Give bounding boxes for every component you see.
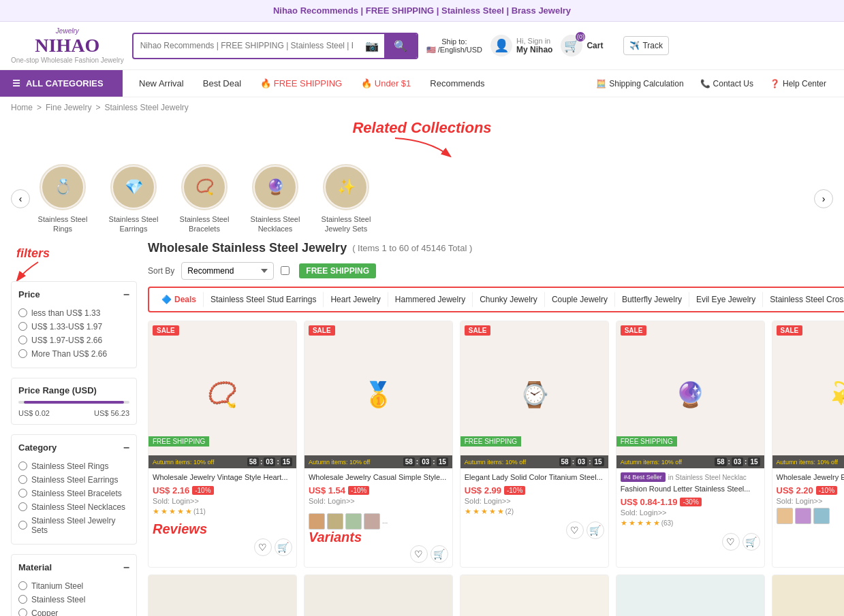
breadcrumb-fine-jewelry[interactable]: Fine Jewelry: [46, 103, 91, 112]
search-input[interactable]: [134, 35, 360, 56]
sidebar-price-opt-4[interactable]: More Than US$ 2.66: [18, 347, 129, 361]
price-radio-3[interactable]: [18, 336, 27, 344]
collection-img-sets: ✨: [323, 164, 369, 210]
product-price-4: US$ 0.84-1.19: [621, 497, 678, 507]
product-card-4[interactable]: 🔮 SALE FREE SHIPPING Autumn items: 10% o…: [616, 321, 765, 568]
mat-radio-stainless[interactable]: [18, 595, 27, 604]
sidebar-cat-bracelets[interactable]: Stainless Steel Bracelets: [18, 487, 129, 500]
product-card-1[interactable]: 📿 SALE FREE SHIPPING Autumn items: 10% o…: [148, 321, 297, 568]
cart-add-button-4[interactable]: 🛒: [743, 533, 760, 551]
price-radio-4[interactable]: [18, 349, 27, 358]
contact-us-link[interactable]: 📞 Contact Us: [693, 71, 760, 97]
filter-tag-couple[interactable]: Couple Jewelry: [545, 292, 615, 307]
sort-select[interactable]: Recommend Newest Price: Low to High: [181, 262, 274, 280]
sidebar-material-section: Material − Titanium Steel Stainless Stee…: [11, 554, 137, 616]
filter-tag-hammered[interactable]: Hammered Jewelry: [388, 292, 473, 307]
cart-add-button-3[interactable]: 🛒: [587, 521, 604, 539]
sidebar-price-opt-2[interactable]: US$ 1.33-US$ 1.97: [18, 320, 129, 334]
nav-new-arrival[interactable]: New Arrival: [129, 70, 193, 97]
collection-item-rings[interactable]: 💍 Stainless Steel Rings: [35, 164, 90, 234]
price-range-bar[interactable]: [18, 401, 129, 404]
timer-seg-1-h: 58: [247, 457, 259, 466]
filter-tag-butterfly[interactable]: Butterfly Jewelry: [615, 292, 689, 307]
sidebar-cat-rings[interactable]: Stainless Steel Rings: [18, 459, 129, 473]
cat-radio-necklaces[interactable]: [18, 502, 27, 511]
price-toggle[interactable]: −: [123, 289, 129, 301]
cat-radio-bracelets[interactable]: [18, 489, 27, 498]
product-card-2[interactable]: 🥇 SALE Autumn items: 10% off 58 : 03 : 1…: [304, 321, 453, 568]
collection-item-necklaces[interactable]: 🔮 Stainless Steel Necklaces: [248, 164, 302, 234]
calculator-icon: 🧮: [596, 79, 606, 88]
mat-radio-copper[interactable]: [18, 609, 27, 616]
wishlist-button-1[interactable]: ♡: [254, 538, 272, 556]
nav-best-deal[interactable]: Best Deal: [193, 70, 251, 97]
cat-radio-sets[interactable]: [18, 521, 27, 530]
user-menu[interactable]: 👤 Hi, Sign in My Nihao: [490, 35, 552, 56]
sidebar-mat-copper[interactable]: Copper: [18, 606, 129, 616]
cart-add-button-1[interactable]: 🛒: [275, 538, 292, 556]
cat-radio-earrings[interactable]: [18, 475, 27, 484]
cart-add-button-2[interactable]: 🛒: [431, 545, 448, 563]
price-radio-2[interactable]: [18, 322, 27, 331]
collections-next-button[interactable]: ›: [814, 189, 833, 208]
filter-tag-cross[interactable]: Stainless Steel Cross Necklace: [763, 292, 844, 307]
nav-free-shipping[interactable]: 🔥 FREE SHIPPING: [251, 70, 351, 97]
search-bar[interactable]: 📷 🔍: [132, 33, 418, 59]
sale-badge-1: SALE: [153, 325, 179, 336]
product-card-7[interactable]: ⛓ Gold Chain Bracelet Set... US$ 2.45: [304, 574, 453, 616]
cat-radio-rings[interactable]: [18, 461, 27, 470]
sidebar-mat-stainless[interactable]: Stainless Steel: [18, 593, 129, 606]
filter-tag-heart[interactable]: Heart Jewelry: [324, 292, 388, 307]
nav-under-one[interactable]: 🔥 Under $1: [351, 70, 420, 97]
search-button[interactable]: 🔍: [384, 34, 417, 58]
collection-item-earrings[interactable]: 💎 Stainless Steel Earrings: [106, 164, 161, 234]
free-ship-checkbox[interactable]: [281, 266, 290, 275]
fire-icon-1: 🔥: [260, 78, 271, 88]
sidebar-price-opt-1[interactable]: less than US$ 1.33: [18, 306, 129, 320]
price-radio-1[interactable]: [18, 308, 27, 317]
wishlist-button-3[interactable]: ♡: [566, 521, 584, 539]
breadcrumb-current: Stainless Steel Jewelry: [104, 103, 188, 112]
sidebar-mat-titanium[interactable]: Titanium Steel: [18, 579, 129, 593]
product-stars-4: ★ ★ ★ ★ ★ (63): [621, 519, 760, 528]
wishlist-button-2[interactable]: ♡: [410, 545, 428, 563]
breadcrumb-home[interactable]: Home: [11, 103, 33, 112]
filter-tag-stud-earrings[interactable]: Stainless Steel Stud Earrings: [204, 292, 324, 307]
cart-button[interactable]: 🛒 (0) Cart: [561, 35, 615, 56]
product-card-9[interactable]: 🔵 Minimalist Hoop Earrings... US$ 1.20: [616, 574, 765, 616]
collections-prev-button[interactable]: ‹: [11, 189, 30, 208]
variant-thumb-2-3: [345, 513, 362, 530]
all-categories-button[interactable]: ☰ ALL CATEGORIES: [0, 70, 123, 97]
wishlist-button-4[interactable]: ♡: [722, 533, 740, 551]
timer-seg-2-s: 15: [437, 457, 448, 466]
material-toggle[interactable]: −: [123, 562, 129, 574]
sidebar-price-opt-3[interactable]: US$ 1.97-US$ 2.66: [18, 334, 129, 347]
product-card-8[interactable]: 💍 Elegant Geometric Ring Set... US$ 1.75: [460, 574, 609, 616]
camera-search-button[interactable]: 📷: [360, 35, 384, 56]
timer-text-1: Autumn items: 10% off: [153, 459, 214, 466]
help-center-link[interactable]: ❓ Help Center: [763, 71, 833, 97]
timer-banner-5: Autumn items: 10% off 58 : 03 : 15: [772, 455, 845, 468]
collection-item-sets[interactable]: ✨ Stainless Steel Jewelry Sets: [319, 164, 373, 234]
product-price-2: US$ 1.54: [309, 485, 345, 496]
filter-tag-chunky[interactable]: Chunky Jewelry: [473, 292, 545, 307]
product-card-6[interactable]: 📿 Stainless Steel Pendant Necklace... US…: [148, 574, 297, 616]
star-4: ★: [177, 507, 184, 516]
nav-recommends[interactable]: Recommends: [420, 70, 494, 97]
track-button[interactable]: ✈️ Track: [623, 36, 669, 55]
filter-tag-deals[interactable]: 🔷 Deals: [155, 292, 204, 307]
ship-flag: 🇺🇸: [426, 46, 436, 54]
sidebar-cat-earrings[interactable]: Stainless Steel Earrings: [18, 473, 129, 487]
sidebar-cat-necklaces[interactable]: Stainless Steel Necklaces: [18, 500, 129, 514]
category-toggle[interactable]: −: [123, 442, 129, 454]
product-card-3[interactable]: ⌚ SALE FREE SHIPPING Autumn items: 10% o…: [460, 321, 609, 568]
collection-item-bracelets[interactable]: 📿 Stainless Steel Bracelets: [177, 164, 232, 234]
sidebar-cat-sets[interactable]: Stainless Steel Jewelry Sets: [18, 514, 129, 537]
star-2: ★: [161, 507, 168, 516]
mat-radio-titanium[interactable]: [18, 581, 27, 590]
shipping-calc-link[interactable]: 🧮 Shipping Calculation: [589, 71, 690, 97]
product-card-5[interactable]: 💫 SALE Autumn items: 10% off 58 : 03 : 1…: [772, 321, 845, 568]
logo[interactable]: Jewelry NIHAO One-stop Wholesale Fashion…: [11, 27, 124, 64]
filter-tag-evil-eye[interactable]: Evil Eye Jewelry: [689, 292, 763, 307]
product-card-10[interactable]: 📿 Gold Wide Bangle Bracelet... US$ 2.80: [772, 574, 845, 616]
